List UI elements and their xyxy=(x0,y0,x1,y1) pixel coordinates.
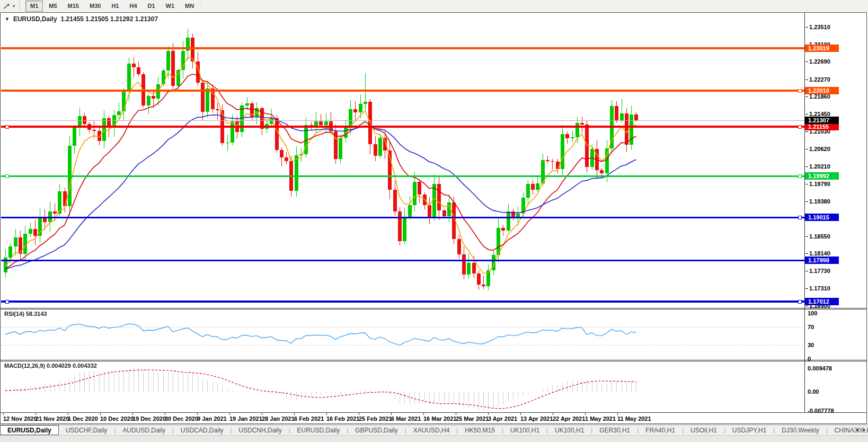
horizontal-line[interactable] xyxy=(1,300,804,303)
date-label: 16 Mar 2021 xyxy=(423,416,456,422)
timeframe-button-M30[interactable]: M30 xyxy=(85,1,105,12)
tab-AUDUSD-Daily[interactable]: AUDUSD,Daily xyxy=(116,425,172,435)
price-axis-label: 1.23510 xyxy=(809,24,830,31)
pane-separator[interactable] xyxy=(1,360,867,360)
price-axis-label: 1.18550 xyxy=(809,233,830,240)
price-axis-label: 1.20620 xyxy=(809,146,830,153)
date-label: 12 Nov 2020 xyxy=(3,416,37,422)
tab-USDCNH-Daily[interactable]: USDCNH,Daily xyxy=(232,425,288,435)
horizontal-line[interactable] xyxy=(1,175,804,177)
timeframe-button-D1[interactable]: D1 xyxy=(143,1,160,12)
date-label: 21 Nov 2020 xyxy=(36,416,69,422)
timeframe-button-M1[interactable]: M1 xyxy=(25,1,43,12)
line-handle[interactable] xyxy=(5,300,9,304)
line-handle[interactable] xyxy=(5,174,9,178)
date-label: 30 Dec 2020 xyxy=(165,416,198,422)
date-label: 6 Mar 2021 xyxy=(391,416,421,422)
tab-GBPUSD-Daily[interactable]: GBPUSD,Daily xyxy=(348,425,405,435)
date-label: 3 Apr 2021 xyxy=(488,416,517,422)
horizontal-line[interactable] xyxy=(1,47,804,49)
date-tick xyxy=(423,413,424,415)
date-tick xyxy=(197,413,198,415)
date-tick xyxy=(359,413,359,415)
pane-separator xyxy=(1,361,867,361)
tab-USDCAD-Daily[interactable]: USDCAD,Daily xyxy=(174,425,231,435)
pane-separator[interactable] xyxy=(1,308,867,308)
toolbar-drag-handle[interactable] xyxy=(19,2,23,10)
tab-GER30-H1[interactable]: GER30,H1 xyxy=(592,425,637,435)
macd-pane-label: MACD(12,26,9) 0.004029 0.004332 xyxy=(4,363,97,369)
macd-canvas[interactable] xyxy=(1,361,804,412)
price-tag: 1.19015 xyxy=(805,214,839,221)
date-tick xyxy=(585,413,586,415)
tab-scroll-left-icon[interactable]: ◄ xyxy=(855,428,859,432)
time-axis-border xyxy=(1,412,867,413)
line-handle[interactable] xyxy=(5,125,9,129)
tab-USOil-H1[interactable]: USOil,H1 xyxy=(684,425,724,435)
date-label: 9 Jan 2021 xyxy=(197,416,227,422)
line-handle[interactable] xyxy=(798,89,802,93)
price-axis-label: 1.22270 xyxy=(809,76,830,83)
pane-separator xyxy=(1,309,867,310)
price-canvas[interactable] xyxy=(1,12,804,307)
tab-USDCHF-Daily[interactable]: USDCHF,Daily xyxy=(59,425,114,435)
rsi-axis-label: 100 xyxy=(808,310,817,316)
timeframe-button-M15[interactable]: M15 xyxy=(63,1,84,12)
timeframe-button-H4[interactable]: H4 xyxy=(125,1,141,12)
price-tag: 1.22010 xyxy=(805,87,839,94)
tab-UK100-H1[interactable]: UK100,H1 xyxy=(503,425,546,435)
date-label: 11 May 2021 xyxy=(617,416,651,422)
line-handle[interactable] xyxy=(798,125,802,129)
rsi-axis-label: 30 xyxy=(808,342,814,348)
date-label: 1 Dec 2020 xyxy=(68,416,98,422)
horizontal-line[interactable] xyxy=(1,260,804,261)
macd-axis-label: 0.00 xyxy=(808,388,819,395)
line-handle[interactable] xyxy=(798,174,802,178)
date-tick xyxy=(132,413,133,415)
horizontal-line[interactable] xyxy=(1,217,804,218)
tab-FRA40-H1[interactable]: FRA40,H1 xyxy=(639,425,682,435)
date-label: 25 Feb 2021 xyxy=(359,416,392,422)
horizontal-line[interactable] xyxy=(1,90,804,92)
timeframe-button-H1[interactable]: H1 xyxy=(107,1,123,12)
price-axis-label: 1.17310 xyxy=(809,285,830,292)
tools-dropdown-icon[interactable]: ▾ xyxy=(12,4,17,8)
line-handle[interactable] xyxy=(798,216,802,219)
tab-scroll-arrows: ◄ ► xyxy=(855,425,866,435)
date-tick xyxy=(326,413,327,415)
price-axis-label: 1.19790 xyxy=(809,181,830,188)
current-price-tag: 1.21307 xyxy=(805,117,839,124)
symbol-collapse-icon[interactable]: ▼ xyxy=(5,16,10,22)
macd-axis-label: 0.009478 xyxy=(808,365,832,372)
date-label: 28 Jan 2021 xyxy=(262,416,295,422)
tab-XAUUSD-H4[interactable]: XAUUSD,H4 xyxy=(406,425,457,435)
tab-EURUSD-Daily[interactable]: EURUSD,Daily xyxy=(0,425,59,435)
timeframe-button-M5[interactable]: M5 xyxy=(44,1,61,12)
timeframe-button-W1[interactable]: W1 xyxy=(161,1,180,12)
date-label: 13 Apr 2021 xyxy=(520,416,553,422)
date-label: 16 Feb 2021 xyxy=(326,416,359,422)
tab-EURUSD-Daily[interactable]: EURUSD,Daily xyxy=(290,425,347,435)
timeframe-button-MN[interactable]: MN xyxy=(180,1,199,12)
date-label: 22 Apr 2021 xyxy=(553,416,585,422)
tab-USDJPY-H1[interactable]: USDJPY,H1 xyxy=(725,425,773,435)
price-axis-border xyxy=(804,12,805,413)
date-tick xyxy=(488,413,489,415)
current-price-line xyxy=(1,120,804,121)
chart-tab-bar: EURUSD,DailyUSDCHF,Daily|AUDUSD,Daily|US… xyxy=(0,425,868,435)
line-handle[interactable] xyxy=(798,300,802,304)
date-label: 10 Dec 2020 xyxy=(100,416,134,422)
rsi-pane-label: RSI(14) 58.3143 xyxy=(4,311,47,317)
chart-tools-icon[interactable] xyxy=(0,1,12,11)
date-tick xyxy=(165,413,165,415)
rsi-canvas[interactable] xyxy=(1,310,804,360)
tab-DJ30-Weekly[interactable]: DJ30,Weekly xyxy=(775,425,826,435)
horizontal-line[interactable] xyxy=(1,126,804,128)
tab-HK50-M15[interactable]: HK50,M15 xyxy=(458,425,502,435)
tab-UK100-H1[interactable]: UK100,H1 xyxy=(548,425,591,435)
date-tick xyxy=(294,413,295,415)
date-label: 25 Mar 2021 xyxy=(456,416,489,422)
tab-scroll-right-icon[interactable]: ► xyxy=(862,428,866,432)
date-tick xyxy=(100,413,101,415)
timeframe-toolbar: ▾ M1M5M15M30H1H4D1W1MN xyxy=(0,0,868,12)
